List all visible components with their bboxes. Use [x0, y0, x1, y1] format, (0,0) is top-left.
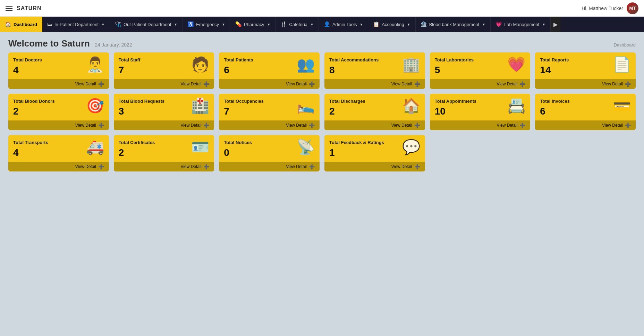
- card-certificates: Total Certificates 2 🪪 View Detail ➕: [114, 135, 214, 171]
- nav-label-admin: Admin Tools: [332, 22, 357, 27]
- cafeteria-arrow-icon: ▼: [310, 23, 314, 26]
- view-detail-icon-patients: ➕: [309, 81, 315, 87]
- card-label-accommodations: Total Accommodations: [329, 57, 379, 62]
- dashboard-nav-icon: 🏠: [5, 21, 11, 27]
- card-icon-feedback: 💬: [402, 140, 420, 154]
- view-detail-icon-doctors: ➕: [98, 81, 104, 87]
- card-label-certificates: Total Certificates: [119, 140, 155, 145]
- card-footer-patients[interactable]: View Detail ➕: [219, 79, 320, 89]
- card-footer-feedback[interactable]: View Detail ➕: [324, 162, 425, 171]
- card-label-staff: Total Staff: [119, 57, 141, 62]
- card-footer-blood-donors[interactable]: View Detail ➕: [8, 120, 109, 130]
- card-footer-certificates[interactable]: View Detail ➕: [114, 162, 214, 171]
- card-staff: Total Staff 7 🧑 View Detail ➕: [114, 52, 214, 89]
- card-info-blood-requests: Total Blood Requests 3: [119, 99, 165, 117]
- card-label-appointments: Total Appointments: [435, 99, 477, 104]
- nav-item-cafeteria[interactable]: 🍴 Cafeteria ▼: [276, 17, 319, 32]
- nav-label-cafeteria: Cafeteria: [289, 22, 307, 27]
- nav-item-admin[interactable]: 👤 Admin Tools ▼: [319, 17, 368, 32]
- card-footer-transports[interactable]: View Detail ➕: [8, 162, 109, 171]
- brand-logo: SATURN: [17, 5, 41, 11]
- nav-item-accounting[interactable]: 📋 Accounting ▼: [368, 17, 415, 32]
- view-detail-label-appointments: View Detail: [497, 123, 518, 128]
- bloodbank-nav-icon: 🏦: [421, 21, 427, 27]
- card-label-patients: Total Patients: [224, 57, 253, 62]
- card-body-blood-donors: Total Blood Donors 2 🎯: [8, 94, 109, 120]
- cards-grid: Total Doctors 4 👨‍⚕️ View Detail ➕ Total…: [0, 52, 644, 180]
- nav-item-inpatient[interactable]: 🛏 In-Patient Department ▼: [42, 17, 110, 32]
- card-value-occupancies: 7: [224, 106, 264, 117]
- card-label-blood-requests: Total Blood Requests: [119, 99, 165, 104]
- card-value-laboratories: 5: [435, 65, 474, 76]
- card-label-doctors: Total Doctors: [13, 57, 42, 62]
- accounting-arrow-icon: ▼: [407, 23, 410, 26]
- card-value-certificates: 2: [119, 147, 155, 158]
- nav-label-inpatient: In-Patient Department: [54, 22, 99, 27]
- card-icon-staff: 🧑: [191, 57, 209, 72]
- card-footer-blood-requests[interactable]: View Detail ➕: [114, 120, 214, 130]
- card-value-transports: 4: [13, 147, 48, 158]
- nav-label-dashboard: Dashboard: [14, 22, 37, 27]
- card-blood-donors: Total Blood Donors 2 🎯 View Detail ➕: [8, 94, 109, 130]
- card-info-accommodations: Total Accommodations 8: [329, 57, 379, 76]
- card-icon-laboratories: 💗: [507, 57, 525, 72]
- nav-item-outpatient[interactable]: 🩺 Out-Patient Department ▼: [110, 17, 183, 32]
- nav-item-bloodbank[interactable]: 🏦 Blood bank Management ▼: [416, 17, 491, 32]
- outpatient-arrow-icon: ▼: [174, 23, 177, 26]
- card-icon-certificates: 🪪: [191, 140, 209, 154]
- avatar[interactable]: MT: [627, 2, 638, 14]
- card-footer-doctors[interactable]: View Detail ➕: [8, 79, 109, 89]
- view-detail-icon-blood-requests: ➕: [203, 123, 209, 128]
- card-icon-notices: 📡: [297, 140, 315, 154]
- outpatient-nav-icon: 🩺: [115, 21, 121, 27]
- view-detail-icon-laboratories: ➕: [519, 81, 525, 87]
- card-footer-discharges[interactable]: View Detail ➕: [324, 120, 425, 130]
- card-body-accommodations: Total Accommodations 8 🏢: [324, 52, 425, 79]
- card-value-reports: 14: [540, 65, 569, 76]
- card-value-patients: 6: [224, 65, 253, 76]
- card-footer-appointments[interactable]: View Detail ➕: [430, 120, 531, 130]
- view-detail-label-staff: View Detail: [181, 82, 202, 86]
- bloodbank-arrow-icon: ▼: [482, 23, 485, 26]
- nav-item-pharmacy[interactable]: 💊 Pharmacy ▼: [230, 17, 276, 32]
- card-footer-staff[interactable]: View Detail ➕: [114, 79, 214, 89]
- card-value-blood-donors: 2: [13, 106, 55, 117]
- card-footer-invoices[interactable]: View Detail ➕: [535, 120, 636, 130]
- pharmacy-nav-icon: 💊: [235, 21, 242, 27]
- card-value-feedback: 1: [329, 147, 384, 158]
- admin-arrow-icon: ▼: [360, 23, 363, 26]
- view-detail-icon-transports: ➕: [98, 164, 104, 169]
- card-body-appointments: Total Appointments 10 📇: [430, 94, 531, 120]
- nav-item-lab[interactable]: 💗 Lab Management ▼: [491, 17, 551, 32]
- inpatient-nav-icon: 🛏: [47, 22, 52, 27]
- card-body-invoices: Total Invoices 6 💳: [535, 94, 636, 120]
- card-laboratories: Total Laboratories 5 💗 View Detail ➕: [430, 52, 531, 89]
- card-footer-notices[interactable]: View Detail ➕: [219, 162, 320, 171]
- card-footer-occupancies[interactable]: View Detail ➕: [219, 120, 320, 130]
- nav-item-emergency[interactable]: ♿ Emergency ▼: [183, 17, 230, 32]
- hamburger-menu[interactable]: [6, 6, 12, 11]
- card-body-doctors: Total Doctors 4 👨‍⚕️: [8, 52, 109, 79]
- view-detail-icon-invoices: ➕: [625, 123, 631, 128]
- nav-item-dashboard[interactable]: 🏠 Dashboard: [0, 17, 42, 32]
- card-value-invoices: 6: [540, 106, 570, 117]
- card-footer-laboratories[interactable]: View Detail ➕: [430, 79, 531, 89]
- card-body-patients: Total Patients 6 👥: [219, 52, 320, 79]
- breadcrumb: Dashboard: [613, 42, 636, 48]
- card-info-feedback: Total Feedback & Ratings 1: [329, 140, 384, 158]
- nav-scroll-right[interactable]: ▶: [551, 17, 560, 32]
- view-detail-icon-discharges: ➕: [414, 123, 420, 128]
- card-transports: Total Transports 4 🚑 View Detail ➕: [8, 135, 109, 171]
- card-footer-accommodations[interactable]: View Detail ➕: [324, 79, 425, 89]
- view-detail-label-blood-donors: View Detail: [75, 123, 96, 128]
- view-detail-label-laboratories: View Detail: [497, 82, 518, 86]
- card-footer-reports[interactable]: View Detail ➕: [535, 79, 636, 89]
- view-detail-label-patients: View Detail: [286, 82, 307, 86]
- card-info-occupancies: Total Occupancies 7: [224, 99, 264, 117]
- view-detail-icon-reports: ➕: [625, 81, 631, 87]
- topbar: SATURN Hi, Matthew Tucker MT: [0, 0, 644, 17]
- view-detail-icon-staff: ➕: [203, 81, 209, 87]
- card-label-transports: Total Transports: [13, 140, 48, 145]
- cafeteria-nav-icon: 🍴: [280, 21, 287, 27]
- card-body-occupancies: Total Occupancies 7 🛌: [219, 94, 320, 120]
